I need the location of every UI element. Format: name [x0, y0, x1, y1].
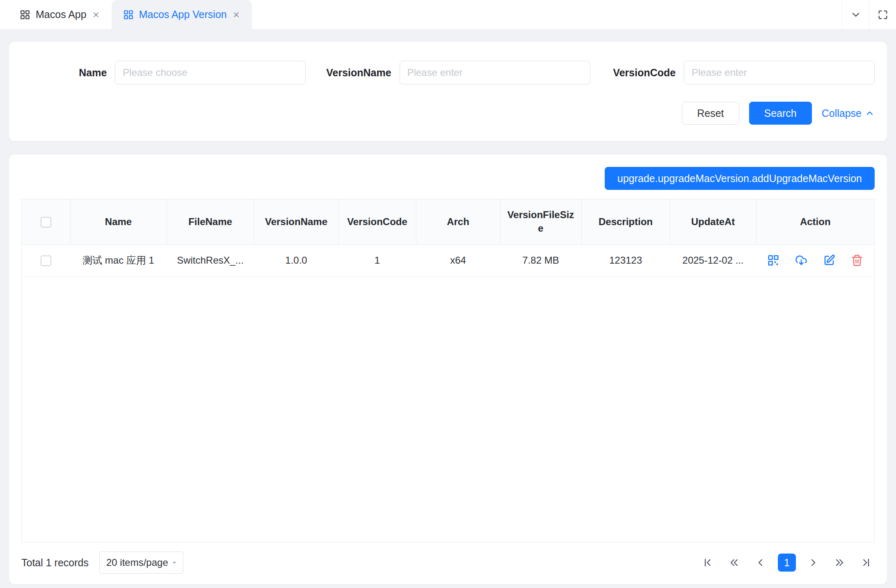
- column-header-versionname: VersionName: [254, 199, 338, 244]
- table-header-row: Name FileName VersionName VersionCode Ar…: [22, 199, 874, 244]
- fullscreen-button[interactable]: [869, 0, 896, 29]
- last-page-icon: [860, 557, 871, 568]
- select-all-checkbox[interactable]: [41, 217, 51, 228]
- next-5-pages-button[interactable]: [830, 554, 848, 572]
- close-icon[interactable]: [232, 11, 240, 19]
- versioncode-input[interactable]: [684, 61, 875, 84]
- cell-select: [22, 244, 70, 276]
- column-header-updateat: UpdateAt: [670, 199, 756, 244]
- reset-button[interactable]: Reset: [682, 102, 739, 125]
- chevron-left-icon: [755, 557, 766, 568]
- tab-options-button[interactable]: [842, 0, 869, 29]
- cell-arch: x64: [416, 244, 500, 276]
- edit-icon[interactable]: [823, 254, 835, 267]
- form-item-name: Name: [21, 61, 306, 84]
- first-page-icon: [702, 557, 714, 568]
- prev-5-pages-button[interactable]: [725, 554, 743, 572]
- page-1-button[interactable]: 1: [778, 554, 796, 572]
- column-header-versioncode: VersionCode: [338, 199, 416, 244]
- page-size-value: 20 items/page: [106, 557, 170, 568]
- cell-filename: SwitchResX_...: [167, 244, 254, 276]
- tab-bar: Macos App Macos App Version: [0, 0, 896, 29]
- close-icon[interactable]: [92, 11, 100, 19]
- cell-description: 123123: [581, 244, 670, 276]
- tab-label: Macos App Version: [139, 9, 227, 21]
- tab-macos-app-version[interactable]: Macos App Version: [112, 0, 252, 29]
- name-select[interactable]: [115, 61, 306, 84]
- cell-versionname: 1.0.0: [254, 244, 338, 276]
- versionname-label: VersionName: [326, 67, 391, 79]
- chevron-down-icon: [850, 9, 862, 21]
- column-header-action: Action: [756, 199, 874, 244]
- footer-left: Total 1 records 20 items/page: [21, 552, 183, 574]
- column-header-versionfilesize: VersionFileSize: [500, 199, 581, 244]
- total-records: Total 1 records: [21, 557, 89, 569]
- collapse-link[interactable]: Collapse: [822, 107, 875, 119]
- page-size-select[interactable]: 20 items/page: [99, 552, 183, 574]
- table-toolbar: upgrade.upgradeMacVersion.addUpgradeMacV…: [21, 167, 875, 190]
- pagination: 1: [699, 554, 875, 572]
- prev-page-button[interactable]: [752, 554, 770, 572]
- column-header-select: [22, 199, 70, 244]
- next-page-button[interactable]: [804, 554, 822, 572]
- versionname-input[interactable]: [400, 61, 590, 84]
- chevron-up-icon: [865, 108, 875, 118]
- grid-icon: [20, 9, 30, 20]
- add-version-button[interactable]: upgrade.upgradeMacVersion.addUpgradeMacV…: [605, 167, 875, 190]
- table-panel: upgrade.upgradeMacVersion.addUpgradeMacV…: [9, 155, 887, 584]
- qrcode-icon[interactable]: [767, 254, 779, 267]
- versioncode-label: VersionCode: [613, 67, 676, 79]
- cloud-download-icon[interactable]: [795, 254, 807, 267]
- trash-icon[interactable]: [851, 254, 863, 267]
- table-footer: Total 1 records 20 items/page 1: [21, 552, 875, 574]
- name-label: Name: [79, 67, 107, 79]
- form-item-versionname: VersionName: [306, 61, 590, 84]
- search-panel: Name VersionName VersionCode Reset Searc…: [9, 42, 887, 141]
- search-fields-row: Name VersionName VersionCode: [21, 61, 875, 84]
- fullscreen-icon: [877, 9, 889, 21]
- cell-versioncode: 1: [338, 244, 416, 276]
- cell-versionfilesize: 7.82 MB: [500, 244, 581, 276]
- search-actions-row: Reset Search Collapse: [21, 102, 875, 125]
- collapse-label: Collapse: [822, 107, 862, 119]
- form-item-versioncode: VersionCode: [590, 61, 875, 84]
- column-header-filename: FileName: [167, 199, 254, 244]
- row-checkbox[interactable]: [41, 255, 51, 266]
- tab-label: Macos App: [36, 9, 87, 21]
- cell-actions: [756, 244, 874, 276]
- column-header-arch: Arch: [416, 199, 500, 244]
- double-chevron-left-icon: [729, 557, 740, 568]
- cell-updateat: 2025-12-02 ...: [670, 244, 756, 276]
- tab-bar-spacer: [252, 0, 842, 29]
- search-button[interactable]: Search: [749, 102, 812, 125]
- caret-down-icon: [170, 558, 179, 567]
- table-row: 测试 mac 应用 1 SwitchResX_... 1.0.0 1 x64 7…: [22, 244, 874, 276]
- chevron-right-icon: [807, 557, 819, 568]
- cell-name: 测试 mac 应用 1: [70, 244, 167, 276]
- last-page-button[interactable]: [857, 554, 875, 572]
- data-table: Name FileName VersionName VersionCode Ar…: [21, 199, 875, 542]
- grid-icon: [123, 9, 134, 20]
- column-header-description: Description: [581, 199, 670, 244]
- first-page-button[interactable]: [699, 554, 717, 572]
- double-chevron-right-icon: [834, 557, 845, 568]
- column-header-name: Name: [70, 199, 167, 244]
- tab-macos-app[interactable]: Macos App: [8, 0, 112, 29]
